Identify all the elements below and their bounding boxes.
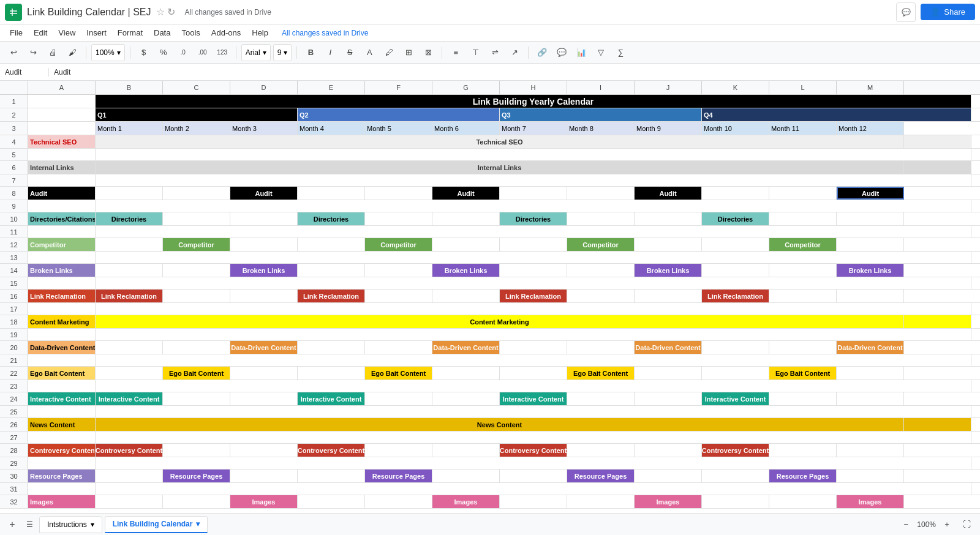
cell-m6[interactable]	[904, 161, 971, 174]
cell-e14[interactable]	[298, 264, 365, 277]
sheet-tab-instructions[interactable]: Intstructions ▾	[39, 516, 102, 533]
cell-h14[interactable]	[500, 264, 567, 277]
cell-d12[interactable]	[230, 238, 298, 251]
cell-f20[interactable]	[365, 341, 432, 354]
cell-a13[interactable]	[28, 252, 96, 263]
row-num-27[interactable]: 27	[0, 432, 28, 443]
row-num-30[interactable]: 30	[0, 470, 28, 482]
cell-a12[interactable]: Competitor	[28, 238, 96, 251]
cell-reference[interactable]: Audit	[0, 68, 49, 77]
cell-f3[interactable]: Month 5	[365, 122, 432, 135]
cell-b16[interactable]: Link Reclamation	[96, 290, 163, 302]
percent-button[interactable]: %	[155, 44, 172, 61]
cell-c24[interactable]	[163, 392, 230, 405]
rotate-button[interactable]: ↗	[506, 44, 523, 61]
cell-b22[interactable]	[96, 367, 163, 380]
autosave-link[interactable]: All changes saved in Drive	[282, 29, 368, 37]
cell-f14[interactable]	[365, 264, 432, 277]
cell-i24[interactable]	[567, 392, 635, 405]
row-num-24[interactable]: 24	[0, 392, 28, 405]
cell-technical-seo[interactable]: Technical SEO	[96, 135, 904, 148]
cell-a19[interactable]	[28, 329, 96, 340]
cell-b19-span[interactable]	[96, 329, 971, 340]
cell-b24[interactable]: Interactive Content	[96, 392, 163, 405]
cell-m20[interactable]: Data-Driven Content	[837, 341, 904, 354]
cell-j22[interactable]	[635, 367, 702, 380]
cell-m10[interactable]	[837, 212, 904, 225]
cell-b9-span[interactable]	[96, 200, 971, 212]
cell-m3[interactable]: Month 12	[837, 122, 904, 135]
cell-c12[interactable]: Competitor	[163, 238, 230, 251]
cell-g3[interactable]: Month 6	[432, 122, 500, 135]
cell-k22[interactable]	[702, 367, 769, 380]
cell-g12[interactable]	[432, 238, 500, 251]
cell-k16[interactable]: Link Reclamation	[702, 290, 769, 302]
cell-g30[interactable]	[432, 470, 500, 482]
row-num-28[interactable]: 28	[0, 444, 28, 457]
cell-e24[interactable]: Interactive Content	[298, 392, 365, 405]
row-num-8[interactable]: 8	[0, 187, 28, 200]
col-header-a[interactable]: A	[28, 81, 96, 94]
strikethrough-button[interactable]: S̶	[341, 44, 358, 61]
menu-insert[interactable]: Insert	[81, 26, 111, 39]
row-num-21[interactable]: 21	[0, 354, 28, 366]
cell-a3[interactable]	[28, 122, 96, 135]
col-header-i[interactable]: I	[567, 81, 635, 94]
format123-button[interactable]: 123	[214, 44, 231, 61]
cell-k32[interactable]	[702, 495, 769, 508]
paint-format-button[interactable]: 🖌	[64, 44, 81, 61]
cell-e8[interactable]	[298, 187, 365, 200]
cell-e30[interactable]	[298, 470, 365, 482]
cell-b17-span[interactable]	[96, 303, 971, 315]
cell-k20[interactable]	[702, 341, 769, 354]
cell-news-content[interactable]: News Content	[96, 418, 904, 431]
cell-e16[interactable]: Link Reclamation	[298, 290, 365, 302]
cell-j12[interactable]	[635, 238, 702, 251]
cell-i28[interactable]	[567, 444, 635, 457]
cell-j24[interactable]	[635, 392, 702, 405]
fullscreen-button[interactable]: ⛶	[958, 516, 975, 533]
zoom-in-button[interactable]: +	[938, 516, 956, 533]
cell-a31[interactable]	[28, 483, 96, 495]
cell-i8[interactable]	[567, 187, 635, 200]
cell-l10[interactable]	[769, 212, 837, 225]
cell-a16[interactable]: Link Reclamation	[28, 290, 96, 302]
col-header-l[interactable]: L	[769, 81, 837, 94]
cell-b11-span[interactable]	[96, 226, 971, 238]
row-num-14[interactable]: 14	[0, 264, 28, 277]
cell-b25-span[interactable]	[96, 406, 971, 417]
cell-m22[interactable]	[837, 367, 904, 380]
cell-m12[interactable]	[837, 238, 904, 251]
cell-h10[interactable]: Directories	[500, 212, 567, 225]
add-sheet-button[interactable]: +	[5, 517, 20, 532]
cell-e22[interactable]	[298, 367, 365, 380]
cell-l28[interactable]	[769, 444, 837, 457]
cell-a1[interactable]	[28, 95, 96, 108]
cell-j28[interactable]	[635, 444, 702, 457]
align-left-button[interactable]: ≡	[447, 44, 464, 61]
cell-a7[interactable]	[28, 174, 96, 186]
cell-f8[interactable]	[365, 187, 432, 200]
chat-icon[interactable]: 💬	[896, 2, 916, 22]
cell-b28[interactable]: Controversy Content	[96, 444, 163, 457]
cell-d24[interactable]	[230, 392, 298, 405]
cell-h22[interactable]	[500, 367, 567, 380]
cell-m4[interactable]	[904, 135, 971, 148]
col-header-c[interactable]: C	[163, 81, 230, 94]
cell-h3[interactable]: Month 7	[500, 122, 567, 135]
menu-format[interactable]: Format	[113, 26, 148, 39]
cell-i16[interactable]	[567, 290, 635, 302]
cell-i32[interactable]	[567, 495, 635, 508]
redo-button[interactable]: ↪	[24, 44, 42, 61]
row-num-25[interactable]: 25	[0, 406, 28, 417]
cell-j20[interactable]: Data-Driven Content	[635, 341, 702, 354]
cell-b31-span[interactable]	[96, 483, 971, 495]
cell-q2[interactable]: Q2	[298, 108, 500, 121]
cell-c22[interactable]: Ego Bait Content	[163, 367, 230, 380]
cell-q1[interactable]: Q1	[96, 108, 298, 121]
cell-i10[interactable]	[567, 212, 635, 225]
sheets-list-button[interactable]: ☰	[22, 517, 37, 532]
cell-d20[interactable]: Data-Driven Content	[230, 341, 298, 354]
link-button[interactable]: 🔗	[533, 44, 551, 61]
cell-b8[interactable]	[96, 187, 163, 200]
